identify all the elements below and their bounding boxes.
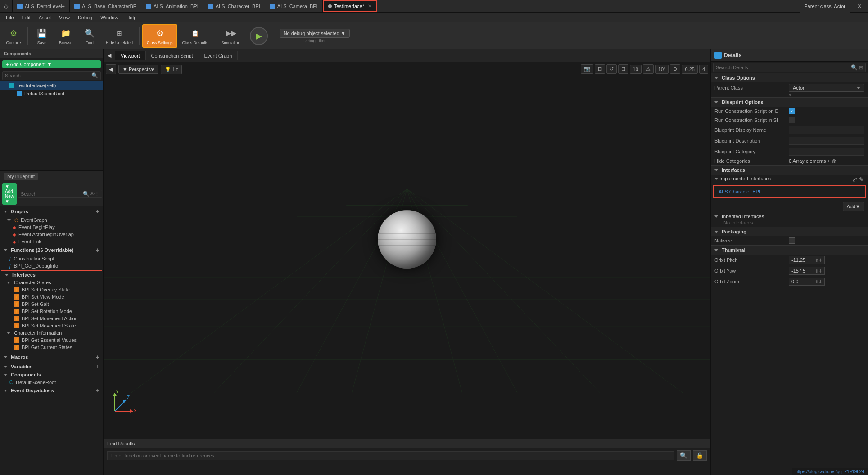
bpi-set-view-mode[interactable]: ƒ BPI Set View Mode — [1, 293, 102, 300]
lit-button[interactable]: 💡 Lit — [161, 65, 182, 74]
tab-als-character-bpi[interactable]: ALS_Character_BPI — [203, 0, 265, 12]
menu-debug[interactable]: Debug — [74, 14, 96, 21]
functions-add-btn[interactable]: + — [96, 246, 99, 254]
debug-object-dropdown[interactable]: No debug object selected ▼ — [280, 29, 350, 38]
event-tick-item[interactable]: ◆ Event Tick — [0, 238, 103, 245]
macros-section-header[interactable]: Macros + — [0, 352, 103, 362]
tab-als-animation-bpi[interactable]: ALS_Animation_BPI — [141, 0, 203, 12]
bpi-set-movement-state[interactable]: ƒ BPI Set Movement State — [1, 322, 102, 329]
tab-testinterface[interactable]: TestInterface* ✕ — [323, 0, 377, 12]
play-button[interactable]: ▶ — [250, 27, 268, 45]
bp-display-name-input[interactable] — [789, 126, 864, 134]
simulation-button[interactable]: ▶▶ Simulation — [218, 25, 244, 47]
functions-section-header[interactable]: Functions (26 Overridable) + — [0, 245, 103, 255]
orbit-yaw-input[interactable]: -157.5 ⬆⬇ — [789, 267, 825, 275]
vp-ctrl-scale[interactable]: ⊕ — [670, 64, 680, 74]
graphs-section-header[interactable]: Graphs + — [0, 206, 103, 216]
vp-ctrl-num[interactable]: 10 — [630, 65, 642, 74]
macros-add-btn[interactable]: + — [96, 354, 99, 361]
event-dispatchers-add-btn[interactable]: + — [96, 387, 99, 394]
find-lock-btn[interactable]: 🔒 — [693, 450, 707, 461]
defaultsceneroot-tree-item[interactable]: ⬡ DefaultSceneRoot — [0, 378, 103, 386]
perspective-button[interactable]: ▼ Perspective — [118, 65, 158, 74]
class-defaults-button[interactable]: 📋 Class Defaults — [179, 25, 212, 47]
variables-section-header[interactable]: Variables — [4, 364, 96, 369]
vp-ctrl-num2[interactable]: 4 — [699, 65, 708, 74]
bpi-get-debuginfo-item[interactable]: ƒ BPI_Get_DebugInfo — [0, 262, 103, 269]
blueprint-search-input[interactable] — [21, 191, 83, 197]
class-settings-button[interactable]: ⚙ Class Settings — [142, 24, 177, 48]
vp-ctrl-warn[interactable]: ⚠ — [643, 64, 654, 74]
save-button[interactable]: 💾 Save — [31, 25, 53, 47]
bpi-set-overlay-state[interactable]: ƒ BPI Set Overlay State — [1, 286, 102, 293]
hide-cats-del-btn[interactable]: 🗑 — [832, 158, 836, 164]
lock-icon[interactable]: ⋮ — [95, 191, 99, 197]
details-view-btn[interactable]: ⊞ — [859, 65, 863, 71]
bpi-set-rotation-mode[interactable]: ƒ BPI Set Rotation Mode — [1, 308, 102, 315]
component-item-defaultsceneroot[interactable]: DefaultSceneRoot — [0, 90, 103, 98]
run-construction-checkbox[interactable]: ✓ — [789, 108, 795, 114]
nativize-checkbox[interactable] — [789, 238, 795, 244]
character-states-header[interactable]: Character States — [1, 279, 102, 286]
find-search-btn[interactable]: 🔍 — [677, 450, 691, 461]
viewport-nav-btn[interactable]: ◀ — [106, 64, 116, 74]
interfaces-edit-btn[interactable]: ✎ — [859, 176, 864, 183]
bpi-get-current-states[interactable]: ƒ BPI Get Current States — [1, 344, 102, 351]
menu-asset[interactable]: Asset — [35, 14, 55, 21]
add-component-button[interactable]: + Add Component ▼ — [2, 60, 101, 68]
menu-edit[interactable]: Edit — [18, 14, 34, 21]
vp-ctrl-degree[interactable]: 10° — [655, 65, 669, 74]
vp-ctrl-snap[interactable]: ⊟ — [618, 64, 628, 74]
hide-cats-add-btn[interactable]: + — [827, 158, 830, 164]
bpi-set-movement-action[interactable]: ƒ BPI Set Movement Action — [1, 315, 102, 322]
hide-unrelated-button[interactable]: ⊞ Hide Unrelated — [102, 25, 136, 47]
menu-help[interactable]: Help — [122, 14, 140, 21]
bpi-set-gait[interactable]: ƒ BPI Set Gait — [1, 300, 102, 308]
run-construction-sim-checkbox[interactable] — [789, 117, 795, 123]
components2-section-header[interactable]: Components — [4, 372, 99, 377]
component-item-testinterface[interactable]: TestInterface(self) — [0, 81, 103, 90]
construction-script-item[interactable]: ƒ ConstructionScript — [0, 255, 103, 262]
vp-ctrl-angle[interactable]: ↺ — [606, 64, 617, 74]
event-beginplay-item[interactable]: ◆ Event BeginPlay — [0, 224, 103, 231]
thumbnail-header[interactable]: Thumbnail — [711, 246, 868, 255]
add-interface-btn[interactable]: Add▼ — [843, 202, 864, 211]
interfaces-section-header[interactable]: Interfaces — [1, 271, 102, 279]
vp-ctrl-camera[interactable]: 📷 — [581, 64, 593, 74]
bp-description-input[interactable] — [789, 137, 864, 145]
event-graph-item[interactable]: ⬡ EventGraph — [0, 216, 103, 224]
menu-view[interactable]: View — [55, 14, 73, 21]
viewport-arrow-left[interactable]: ◀ — [104, 53, 115, 58]
vp-ctrl-grid[interactable]: ⊞ — [595, 64, 605, 74]
variables-add-btn[interactable]: + — [96, 363, 99, 370]
menu-window[interactable]: Window — [97, 14, 122, 21]
tab-als-demolevel[interactable]: ALS_DemoLevel+ — [13, 0, 70, 12]
browse-button[interactable]: 📁 Browse — [54, 25, 77, 47]
interfaces-header[interactable]: Interfaces — [711, 166, 868, 175]
tab-als-camera-bpi[interactable]: ALS_Camera_BPI — [265, 0, 323, 12]
menu-file[interactable]: File — [2, 14, 18, 21]
tab-als-base-characterbp[interactable]: ALS_Base_CharacterBP — [70, 0, 141, 12]
find-button[interactable]: 🔍 Find — [78, 25, 101, 47]
orbit-zoom-input[interactable]: 0.0 ⬆⬇ — [789, 278, 825, 286]
tab-construction-script[interactable]: Construction Script — [146, 51, 199, 60]
graphs-add-btn[interactable]: + — [96, 208, 99, 215]
interfaces-expand-btn[interactable]: ⤢ — [852, 176, 858, 183]
bp-category-input[interactable] — [789, 148, 864, 156]
add-new-button[interactable]: ▼ Add New ▼ — [2, 183, 17, 205]
als-character-bpi-item[interactable]: ALS Character BPI — [716, 188, 863, 195]
parent-class-dropdown[interactable]: Actor — [789, 84, 864, 92]
tab-close-btn[interactable]: ✕ — [368, 4, 371, 9]
event-actoroverlap-item[interactable]: ◆ Event ActorBeginOverlap — [0, 231, 103, 238]
close-button[interactable]: ✕ — [853, 0, 866, 13]
character-info-header[interactable]: Character Information — [1, 329, 102, 336]
packaging-header[interactable]: Packaging — [711, 227, 868, 236]
find-input[interactable] — [107, 451, 674, 460]
vp-ctrl-val[interactable]: 0.25 — [682, 65, 697, 74]
tab-event-graph[interactable]: Event Graph — [199, 51, 238, 60]
class-options-header[interactable]: Class Options — [711, 73, 868, 82]
eye-icon[interactable]: 👁 — [90, 191, 95, 197]
bpi-get-essential-values[interactable]: ƒ BPI Get Essential Values — [1, 336, 102, 344]
compile-button[interactable]: ⚙ Compile — [2, 25, 25, 47]
orbit-pitch-input[interactable]: -11.25 ⬆⬇ — [789, 256, 825, 264]
